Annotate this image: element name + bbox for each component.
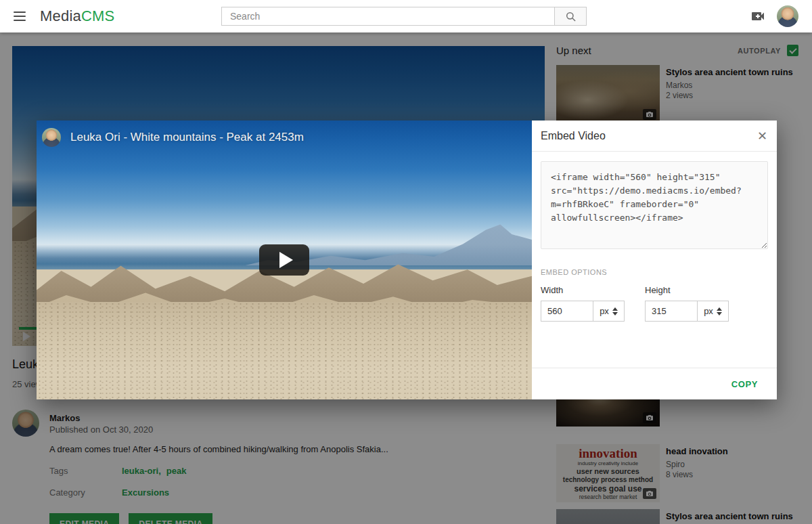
menu-icon[interactable] [14, 12, 26, 21]
height-unit-select[interactable]: px [697, 301, 729, 322]
height-field: Height px [645, 285, 729, 322]
modal-title: Embed Video [541, 130, 606, 142]
width-field: Width px [541, 285, 625, 322]
width-unit-value: px [600, 306, 609, 316]
embed-video-modal: Leuka Ori - White mountains - Peak at 24… [37, 121, 777, 399]
search-input[interactable] [221, 7, 554, 26]
modal-footer: COPY [532, 368, 777, 399]
embed-options-label: EMBED OPTIONS [541, 268, 768, 276]
embed-code-textarea[interactable]: <iframe width="560" height="315" src="ht… [541, 161, 768, 249]
height-unit-value: px [704, 306, 713, 316]
width-label: Width [541, 285, 625, 295]
play-icon [279, 252, 293, 268]
search-icon [565, 11, 577, 22]
width-unit-select[interactable]: px [593, 301, 625, 322]
spinner-arrows-icon [717, 307, 722, 315]
width-input[interactable] [541, 301, 593, 322]
search-bar [221, 7, 587, 26]
foreground-scree-layer [37, 302, 532, 399]
top-navbar: MediaCMS [0, 0, 812, 32]
height-input[interactable] [645, 301, 697, 322]
embed-options-panel: Embed Video ✕ <iframe width="560" height… [532, 121, 777, 399]
preview-author-avatar [42, 128, 61, 147]
app-logo[interactable]: MediaCMS [40, 7, 114, 25]
spinner-arrows-icon [612, 307, 618, 315]
modal-body: <iframe width="560" height="315" src="ht… [532, 152, 777, 322]
user-avatar[interactable] [777, 5, 798, 27]
preview-title-overlay: Leuka Ori - White mountains - Peak at 24… [42, 128, 304, 147]
header-actions [750, 0, 798, 32]
preview-play-button[interactable] [259, 244, 309, 276]
search-button[interactable] [554, 7, 587, 26]
height-label: Height [645, 285, 729, 295]
logo-cms-text: CMS [81, 7, 115, 24]
mediacms-page: MediaCMS [0, 0, 812, 524]
modal-header: Embed Video ✕ [532, 121, 777, 152]
preview-video-title: Leuka Ori - White mountains - Peak at 24… [70, 131, 304, 144]
embed-size-fields: Width px Height [541, 285, 768, 322]
upload-media-icon[interactable] [750, 8, 766, 24]
copy-button[interactable]: COPY [731, 379, 758, 389]
close-icon[interactable]: ✕ [757, 130, 767, 142]
logo-media-text: Media [40, 7, 81, 24]
embed-preview-player[interactable]: Leuka Ori - White mountains - Peak at 24… [37, 121, 532, 399]
